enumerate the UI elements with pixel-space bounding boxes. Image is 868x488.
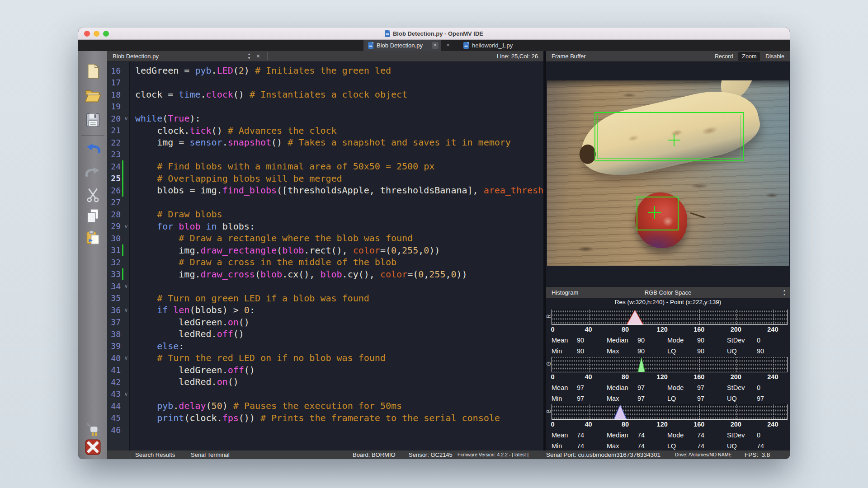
color-space-select[interactable]: RGB Color Space — [546, 289, 790, 296]
serial-terminal-tab[interactable]: Serial Terminal — [191, 450, 230, 459]
code-line[interactable] — [135, 149, 543, 161]
zoom-button[interactable]: Zoom — [738, 52, 760, 61]
code-line[interactable]: # Turn the red LED on if no blob was fou… — [135, 352, 543, 364]
gutter-line: 17 — [107, 77, 129, 89]
fold-arrow-icon[interactable]: v — [123, 283, 129, 289]
code-line[interactable]: while(True): — [135, 113, 543, 125]
code-line[interactable]: ledGreen.off() — [135, 364, 543, 376]
channel-stats-row1: Mean90Median90Mode90StDev0 — [552, 335, 788, 345]
color-space-stepper-icon[interactable]: ▲▼ — [782, 288, 787, 296]
code-line[interactable]: clock.tick() # Advances the clock — [135, 125, 543, 137]
save-icon[interactable] — [85, 112, 101, 128]
line-number: 37 — [107, 317, 121, 327]
gutter-line: 30 — [107, 232, 129, 244]
code-line[interactable]: clock = time.clock() # Instantiates a cl… — [135, 89, 543, 101]
code-line[interactable]: blobs = img.find_blobs([thresholdsApple,… — [135, 184, 543, 197]
fold-arrow-icon[interactable]: v — [123, 391, 129, 397]
line-number: 27 — [107, 197, 121, 207]
gutter-line: 16 — [107, 65, 129, 77]
code-line[interactable]: # Draw blobs — [135, 208, 543, 221]
fold-arrow-icon[interactable]: v — [123, 223, 129, 230]
change-bar — [122, 424, 123, 436]
code-line[interactable] — [135, 101, 543, 113]
cut-icon[interactable] — [85, 187, 101, 203]
undo-icon[interactable] — [85, 140, 101, 156]
close-document-icon[interactable]: × — [256, 52, 260, 60]
close-tab-icon[interactable]: × — [432, 42, 439, 49]
left-toolbar — [78, 51, 107, 459]
change-bar — [122, 376, 123, 388]
document-stepper-icon[interactable]: ▲▼ — [246, 52, 252, 60]
redo-icon[interactable] — [85, 163, 101, 180]
code-line[interactable]: img = sensor.snapshot() # Takes a snapsh… — [135, 136, 543, 149]
apple-stem — [690, 212, 705, 219]
line-number: 31 — [107, 245, 121, 255]
disable-button[interactable]: Disable — [762, 52, 788, 61]
histogram-channel-g: G04080120160200240Mean97Median97Mode97St… — [546, 357, 790, 404]
b-peak-marker — [613, 404, 627, 419]
line-number: 42 — [107, 377, 121, 387]
code-line[interactable]: ledRed.off() — [135, 328, 543, 340]
new-file-icon[interactable] — [85, 63, 101, 80]
code-line[interactable] — [135, 280, 543, 292]
code-line[interactable]: # Turn on green LED if a blob was found — [135, 292, 543, 305]
code-line[interactable]: pyb.delay(50) # Pauses the execution for… — [135, 400, 543, 412]
code-line[interactable]: # Overlapping blobs will be merged — [135, 173, 543, 185]
gutter-line: 18 — [107, 89, 129, 101]
code-editor[interactable]: ledGreen = pyb.LED(2) # Initiates the gr… — [131, 62, 543, 450]
code-line[interactable] — [135, 197, 543, 209]
status-bar: Search Results Serial Terminal Board: BO… — [107, 450, 790, 459]
stop-disconnect-icon[interactable] — [85, 439, 101, 455]
code-line[interactable]: # Draw a rectangle where the blob was fo… — [135, 232, 543, 244]
tab-bar: Blob Detection.py × × helloworld_1.py — [78, 40, 790, 51]
histogram-header: Histogram RGB Color Space ▲▼ — [546, 286, 790, 298]
code-line[interactable]: img.draw_cross(blob.cx(), blob.cy(), col… — [135, 268, 543, 281]
code-line[interactable] — [135, 424, 543, 436]
openmv-ide-window: Blob Detection.py - OpenMV IDE Blob Dete… — [78, 28, 790, 459]
gutter-line: 25 — [107, 173, 129, 185]
close-pane-icon[interactable]: × — [444, 42, 452, 49]
code-line[interactable]: ledRed.on() — [135, 376, 543, 388]
gutter-line: 33 — [107, 268, 129, 281]
code-line[interactable] — [135, 388, 543, 400]
title-bar[interactable]: Blob Detection.py - OpenMV IDE — [78, 28, 790, 40]
code-line[interactable]: for blob in blobs: — [135, 221, 543, 233]
code-line[interactable]: # Find blobs with a minimal area of 50x5… — [135, 160, 543, 173]
code-line[interactable] — [135, 77, 543, 89]
code-line[interactable]: else: — [135, 340, 543, 352]
copy-icon[interactable] — [85, 207, 101, 224]
code-line[interactable]: print(clock.fps()) # Prints the framerat… — [135, 412, 543, 424]
line-number: 21 — [107, 126, 121, 135]
change-bar — [122, 136, 123, 149]
tab-blob-detection[interactable]: Blob Detection.py × — [363, 40, 441, 51]
gutter-line: 28 — [107, 208, 129, 221]
change-bar — [122, 292, 123, 305]
fold-arrow-icon[interactable]: v — [123, 307, 129, 313]
code-line[interactable]: # Draw a cross in the middle of the blob — [135, 256, 543, 268]
line-number: 24 — [107, 162, 121, 171]
change-bar — [122, 412, 123, 424]
line-number: 17 — [107, 78, 121, 87]
channel-histogram-strip — [552, 404, 788, 420]
fold-arrow-icon[interactable]: v — [123, 355, 129, 361]
paste-icon[interactable] — [85, 229, 101, 246]
record-button[interactable]: Record — [711, 52, 736, 61]
gutter-line: 35 — [107, 292, 129, 305]
connect-icon[interactable] — [85, 421, 101, 437]
document-selector[interactable]: Blob Detection.py — [113, 53, 159, 60]
code-line[interactable]: if len(blobs) > 0: — [135, 304, 543, 316]
editor-header: Blob Detection.py ▲▼ × Line: 25,Col: 26 — [107, 51, 543, 62]
code-line[interactable]: ledGreen = pyb.LED(2) # Initiates the gr… — [135, 65, 543, 77]
header-divider — [267, 52, 268, 60]
fold-arrow-icon[interactable]: v — [123, 115, 129, 122]
line-number: 46 — [107, 425, 121, 435]
open-folder-icon[interactable] — [85, 87, 101, 104]
code-line[interactable]: ledGreen.on() — [135, 316, 543, 328]
frame-buffer-image[interactable] — [547, 80, 789, 266]
change-bar — [122, 184, 123, 197]
tab-helloworld[interactable]: helloworld_1.py — [459, 40, 517, 51]
change-bar — [122, 328, 123, 340]
r-peak-marker — [627, 310, 644, 324]
code-line[interactable]: img.draw_rectangle(blob.rect(), color=(0… — [135, 244, 543, 257]
search-results-tab[interactable]: Search Results — [135, 450, 175, 459]
